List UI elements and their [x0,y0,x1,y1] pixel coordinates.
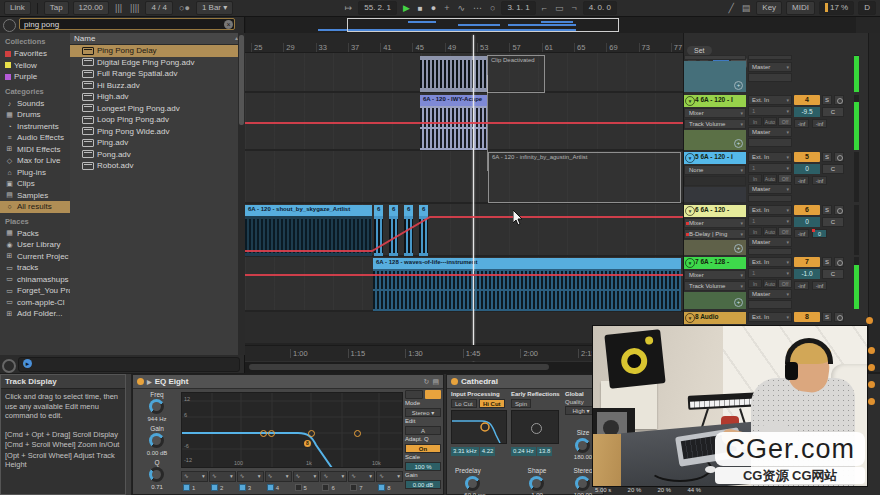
input-chooser[interactable]: Ext. In▾ [748,95,792,105]
audio-clip-slice[interactable]: 6 [389,205,398,256]
arm-button[interactable] [834,205,844,215]
clear-search-icon[interactable]: × [224,20,233,29]
add-automation-icon[interactable]: + [734,298,743,307]
device-chooser[interactable]: None▾ [684,165,746,175]
freq-value[interactable]: 944 Hz [137,416,177,422]
chevron-down-icon[interactable]: ▾ [369,472,372,481]
size-knob[interactable] [575,438,590,453]
eq-node[interactable] [268,430,275,437]
eq-band[interactable]: ∿▾ 2 [209,471,236,494]
send-b-field[interactable]: 0 [812,229,827,238]
eq-node[interactable] [260,430,267,437]
device-power-icon[interactable] [137,378,144,385]
category-item[interactable]: ⌂ Plug-ins [0,167,70,179]
arm-button[interactable] [834,257,844,267]
collection-item[interactable]: Favorites [0,48,70,60]
category-item[interactable]: ◔ Instruments [0,121,70,133]
track-row-7[interactable]: ▾7 6A - 128 - Mixer▾ Track Volume▾ + Ext… [684,257,880,310]
arrangement-overview[interactable] [246,17,856,34]
gain-value[interactable]: 0.00 dB [137,450,177,456]
solo-button[interactable]: S [822,312,832,322]
add-automation-icon[interactable]: + [734,139,743,148]
place-item[interactable]: ▦ Packs [0,228,70,240]
io-empty-slot[interactable] [748,195,792,202]
category-item[interactable]: ◇ Max for Live [0,155,70,167]
browser-result[interactable]: Digital Edge Ping Pong.adv [70,57,238,69]
automation-arm-icon[interactable]: ∿ [455,3,467,13]
input-chooser[interactable]: Ext. In▾ [748,257,792,267]
eq-node[interactable] [354,430,361,437]
overdub-button[interactable]: + [442,3,451,13]
io-box[interactable] [748,55,792,60]
browser-result[interactable]: Ping Pong Delay [70,45,238,57]
loop-start-field[interactable]: 3. 1. 1 [501,1,535,15]
browser-result[interactable]: Longest Ping Pong.adv [70,103,238,115]
output-gain-field[interactable]: 0.00 dB [405,480,441,489]
place-item[interactable]: ◉ User Library [0,239,70,251]
output-chooser[interactable]: Master▾ [748,289,792,299]
input-channel-chooser[interactable]: 1▾ [748,163,792,173]
volume-field[interactable]: -9.5 [794,107,820,117]
stop-button[interactable]: ■ [416,4,425,13]
track-row-4[interactable]: ▾4 6A - 120 - I Mixer▾ Track Volume▾ + E… [684,95,880,151]
pan-field[interactable]: C [822,269,844,279]
eq-band[interactable]: ∿▾ 8 [376,471,403,494]
stereo-knob[interactable] [575,476,590,491]
filter-shape-icon[interactable]: ∿ [323,472,328,481]
lo-cut-button[interactable]: Lo Cut [451,399,477,408]
loop-switch-icon[interactable]: ▭ [553,3,566,13]
track-activator[interactable]: 6 [794,205,820,215]
fold-track-icon[interactable]: ▾ [685,313,695,323]
deactivated-clip-infinity[interactable]: 6A - 120 - infinity_by_agustin_Artlist [488,152,681,203]
browser-result[interactable]: Full Range Spatial.adv [70,68,238,80]
device-value[interactable]: 20 % [658,487,672,493]
browser-collapse-icon[interactable] [3,19,16,32]
spin-xy-pad[interactable] [511,410,559,444]
device-expand-icon[interactable]: ▶ [147,378,152,385]
audio-clip-shout[interactable]: 6A - 120 - shout_by_skygaze_Artlist [245,205,372,256]
filter-shape-icon[interactable]: ∿ [268,472,273,481]
track-activator[interactable]: 5 [794,152,820,162]
input-channel-chooser[interactable]: 1▾ [748,216,792,226]
output-chooser[interactable]: Master▾ [748,62,792,72]
track-name[interactable]: ▾7 6A - 128 - [684,257,746,269]
io-empty-slot[interactable] [748,300,792,309]
device-chooser[interactable]: Mixer▾ [684,270,746,280]
add-automation-icon[interactable]: + [734,244,743,253]
device-value[interactable]: 44 % [687,487,701,493]
track-activator[interactable]: 4 [794,95,820,105]
browser-result[interactable]: Pong.adv [70,149,238,161]
audition-button[interactable] [405,390,423,399]
device-power-icon[interactable] [451,378,458,385]
browser-scrollbar[interactable] [238,33,245,355]
edit-select[interactable]: A [405,426,441,435]
eq-band[interactable]: ∿▾ 5 [293,471,320,494]
track-row-3-partial[interactable]: + Master▾ [684,55,880,93]
place-item[interactable]: ⊞ Current Projec [0,251,70,263]
browser-result[interactable]: Ping Pong Wide.adv [70,126,238,138]
chevron-down-icon[interactable]: ▾ [202,472,205,481]
key-map-button[interactable]: Key [756,1,782,15]
track-activator[interactable]: 7 [794,257,820,267]
chevron-down-icon[interactable]: ▾ [314,472,317,481]
eq-band[interactable]: ∿▾ 3 [237,471,264,494]
category-item[interactable]: ♪ Sounds [0,98,70,110]
crossfade-assign-dot[interactable] [866,317,873,324]
device-value[interactable]: 20 % [628,487,642,493]
punch-out-icon[interactable]: ¬ [569,3,578,13]
device-chooser[interactable] [684,55,746,60]
metronome-icon[interactable]: ○● [177,3,192,13]
chevron-down-icon[interactable]: ▾ [286,472,289,481]
automation-chooser[interactable]: Track Volume▾ [684,119,746,129]
filter-shape-icon[interactable]: ∿ [351,472,356,481]
track-row-6[interactable]: ▾6 6A - 120 - Mixer▾ B-Delay | Ping▾ + E… [684,205,880,256]
track-color-body[interactable]: + [684,240,746,255]
crossfade-assign-dot[interactable] [868,381,875,388]
volume-field[interactable]: 0 [794,217,820,227]
track-color-body[interactable]: + [684,130,746,150]
device-title-bar[interactable]: Cathedral ↻ [447,375,603,389]
midi-map-button[interactable]: MIDI [786,1,815,15]
eq-spectrum-graph[interactable]: 12 6 -6 -12 100 1k 10k 8 [181,392,403,468]
eq-node-8[interactable]: 8 [304,440,311,447]
eq-band[interactable]: ∿▾ 1 [181,471,208,494]
